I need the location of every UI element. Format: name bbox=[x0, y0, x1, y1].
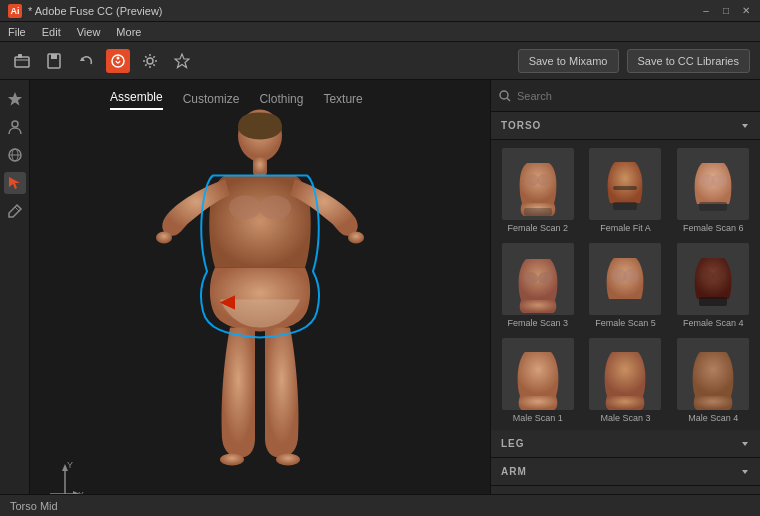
close-button[interactable]: ✕ bbox=[740, 5, 752, 17]
undo-tool[interactable] bbox=[74, 49, 98, 73]
title-bar: Ai * Adobe Fuse CC (Preview) – □ ✕ bbox=[0, 0, 760, 22]
main-content: Assemble Customize Clothing Texture bbox=[0, 80, 760, 514]
torso-label-female-scan-6: Female Scan 6 bbox=[683, 223, 744, 233]
svg-point-18 bbox=[229, 195, 261, 219]
leg-chevron-icon bbox=[740, 439, 750, 449]
star-tool[interactable] bbox=[170, 49, 194, 73]
window-controls[interactable]: – □ ✕ bbox=[700, 5, 752, 17]
settings-tool[interactable] bbox=[138, 49, 162, 73]
status-text: Torso Mid bbox=[10, 500, 58, 512]
search-input[interactable] bbox=[517, 90, 752, 102]
left-sidebar bbox=[0, 80, 30, 514]
sidebar-icon-globe[interactable] bbox=[4, 144, 26, 166]
torso-item-male-scan-4[interactable]: Male Scan 4 bbox=[670, 334, 756, 427]
svg-point-23 bbox=[276, 453, 300, 465]
torso-label-female-scan-2: Female Scan 2 bbox=[508, 223, 569, 233]
torso-label-female-scan-5: Female Scan 5 bbox=[595, 318, 656, 328]
svg-rect-17 bbox=[253, 157, 267, 175]
svg-rect-41 bbox=[699, 202, 727, 211]
torso-label-female-scan-4: Female Scan 4 bbox=[683, 318, 744, 328]
character-figure bbox=[150, 107, 370, 479]
menu-more[interactable]: More bbox=[116, 26, 141, 38]
menu-file[interactable]: File bbox=[8, 26, 26, 38]
torso-thumb-female-scan-4 bbox=[677, 243, 749, 315]
svg-point-40 bbox=[711, 174, 727, 188]
svg-point-6 bbox=[117, 56, 120, 59]
maximize-button[interactable]: □ bbox=[720, 5, 732, 17]
torso-section-header[interactable]: TORSO bbox=[491, 112, 760, 140]
sidebar-icon-cursor[interactable] bbox=[4, 172, 26, 194]
torso-item-female-scan-5[interactable]: Female Scan 5 bbox=[583, 239, 669, 332]
svg-point-35 bbox=[537, 174, 551, 186]
torso-item-male-scan-3[interactable]: Male Scan 3 bbox=[583, 334, 669, 427]
torso-label-female-fit-a: Female Fit A bbox=[600, 223, 651, 233]
tab-clothing[interactable]: Clothing bbox=[259, 92, 303, 110]
svg-rect-1 bbox=[18, 54, 22, 58]
torso-label: TORSO bbox=[501, 120, 541, 131]
svg-rect-48 bbox=[699, 297, 727, 306]
svg-marker-8 bbox=[175, 54, 189, 68]
svg-point-21 bbox=[348, 231, 364, 243]
tab-texture[interactable]: Texture bbox=[323, 92, 362, 110]
torso-grid: Female Scan 2 Female Fit A bbox=[491, 140, 760, 430]
tab-assemble[interactable]: Assemble bbox=[110, 90, 163, 110]
torso-label-male-scan-3: Male Scan 3 bbox=[600, 413, 650, 423]
right-panel: TORSO bbox=[490, 80, 760, 514]
torso-section: TORSO bbox=[491, 112, 760, 430]
torso-item-female-scan-4[interactable]: Female Scan 4 bbox=[670, 239, 756, 332]
leg-label: LEG bbox=[501, 438, 525, 449]
torso-thumb-male-scan-1 bbox=[502, 338, 574, 410]
svg-rect-36 bbox=[524, 208, 552, 216]
sidebar-icon-person[interactable] bbox=[4, 116, 26, 138]
arm-section-header[interactable]: ARM bbox=[491, 458, 760, 486]
torso-item-female-fit-a[interactable]: Female Fit A bbox=[583, 144, 669, 237]
torso-label-female-scan-3: Female Scan 3 bbox=[508, 318, 569, 328]
viewport[interactable]: Assemble Customize Clothing Texture bbox=[30, 80, 490, 514]
minimize-button[interactable]: – bbox=[700, 5, 712, 17]
svg-point-31 bbox=[500, 91, 508, 99]
svg-point-19 bbox=[259, 195, 291, 219]
svg-marker-33 bbox=[742, 124, 748, 128]
svg-marker-14 bbox=[9, 177, 20, 189]
menu-edit[interactable]: Edit bbox=[42, 26, 61, 38]
save-to-libraries-button[interactable]: Save to CC Libraries bbox=[627, 49, 751, 73]
search-bar bbox=[491, 80, 760, 112]
save-to-mixamo-button[interactable]: Save to Mixamo bbox=[518, 49, 619, 73]
torso-thumb-female-scan-5 bbox=[589, 243, 661, 315]
torso-thumb-female-fit-a bbox=[589, 148, 661, 220]
title-text: * Adobe Fuse CC (Preview) bbox=[28, 5, 163, 17]
svg-line-32 bbox=[507, 98, 510, 101]
svg-point-47 bbox=[712, 270, 726, 282]
torso-thumb-male-scan-4 bbox=[677, 338, 749, 410]
save-tool[interactable] bbox=[42, 49, 66, 73]
open-tool[interactable] bbox=[10, 49, 34, 73]
svg-marker-50 bbox=[742, 470, 748, 474]
tab-customize[interactable]: Customize bbox=[183, 92, 240, 110]
svg-rect-37 bbox=[613, 202, 637, 210]
svg-point-43 bbox=[538, 272, 552, 284]
torso-label-male-scan-4: Male Scan 4 bbox=[688, 413, 738, 423]
torso-item-female-scan-2[interactable]: Female Scan 2 bbox=[495, 144, 581, 237]
svg-rect-0 bbox=[15, 57, 29, 67]
status-bar: Torso Mid bbox=[0, 494, 760, 516]
assemble-tool[interactable] bbox=[106, 49, 130, 73]
svg-point-42 bbox=[524, 272, 538, 284]
app-icon: Ai bbox=[8, 4, 22, 18]
svg-point-34 bbox=[525, 174, 539, 186]
sidebar-icon-star[interactable] bbox=[4, 88, 26, 110]
arm-chevron-icon bbox=[740, 467, 750, 477]
sidebar-icon-brush[interactable] bbox=[4, 200, 26, 222]
torso-item-female-scan-6[interactable]: Female Scan 6 bbox=[670, 144, 756, 237]
svg-point-45 bbox=[623, 269, 639, 283]
torso-thumb-female-scan-2 bbox=[502, 148, 574, 220]
search-icon bbox=[499, 90, 511, 102]
toolbar-right: Save to Mixamo Save to CC Libraries bbox=[518, 49, 750, 73]
menu-view[interactable]: View bbox=[77, 26, 101, 38]
arm-label: ARM bbox=[501, 466, 527, 477]
svg-rect-38 bbox=[613, 186, 637, 190]
torso-item-male-scan-1[interactable]: Male Scan 1 bbox=[495, 334, 581, 427]
svg-point-10 bbox=[12, 121, 18, 127]
torso-item-female-scan-3[interactable]: Female Scan 3 bbox=[495, 239, 581, 332]
leg-section-header[interactable]: LEG bbox=[491, 430, 760, 458]
svg-rect-3 bbox=[51, 54, 57, 59]
